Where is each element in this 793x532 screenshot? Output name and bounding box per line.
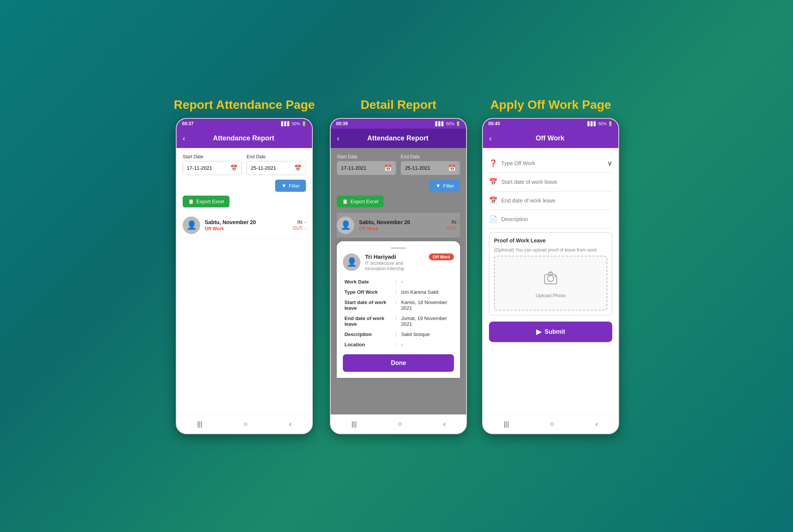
phone-body-3: ❓ Type Off Work ∨ 📅 Start date of work l…: [483, 148, 618, 414]
upload-camera-icon: [541, 268, 560, 290]
bottom-nav-2: ||| ○ ‹: [331, 414, 466, 433]
detail-value: -: [400, 277, 454, 287]
detail-colon: :: [394, 297, 400, 313]
battery-icon-1: 50% 🔋: [292, 121, 307, 126]
avatar-1: 👤: [183, 217, 200, 234]
export-button-1[interactable]: 📋 Export Excel: [183, 196, 229, 207]
detail-modal: 👤 Tri Hariyadi IT architecture and innov…: [337, 241, 460, 378]
start-date-label-1: Start Date: [183, 154, 242, 159]
status-bar-1: 00:37 ▋▋▋ 50% 🔋: [177, 119, 312, 129]
end-date-value-1: 25-11-2021: [251, 165, 276, 171]
detail-colon: :: [394, 277, 400, 287]
nav-home-3[interactable]: ○: [544, 419, 561, 430]
nav-menu-2[interactable]: |||: [345, 419, 363, 430]
out-value-1: -: [304, 226, 306, 231]
start-date-input-2[interactable]: 17-11-2021 📅: [337, 161, 396, 175]
att-in-2: IN: -: [447, 220, 460, 225]
filter-label-2: Filter: [443, 183, 454, 189]
section-detail-report: Detail Report 00:39 ▋▋▋ 50% 🔋 ‹ Attendan…: [330, 98, 467, 434]
section-title-2: Detail Report: [361, 98, 436, 112]
modal-avatar: 👤: [343, 253, 360, 271]
back-button-1[interactable]: ‹: [183, 134, 185, 143]
in-value-2: -: [459, 220, 460, 225]
proof-section: Proof of Work Leave (Optional) You can u…: [489, 233, 612, 315]
filter-icon-1: ▼: [281, 183, 287, 189]
form-field-2[interactable]: 📅 End date of work leave: [489, 191, 612, 210]
proof-subtitle: (Optional) You can upload proof of leave…: [494, 247, 607, 253]
upload-area[interactable]: Upload Photo: [494, 256, 607, 311]
start-date-field-2: Start Date 17-11-2021 📅: [337, 154, 396, 175]
end-date-value-2: 25-11-2021: [405, 165, 430, 171]
detail-row: Type Off Work : Izin Karena Sakit: [343, 287, 454, 297]
attendance-item-1[interactable]: 👤 Sabtu, November 20 Off Work IN: - OUT:…: [183, 213, 306, 238]
detail-colon: :: [394, 313, 400, 329]
phone-body-2: Start Date 17-11-2021 📅 End Date 25-11-2…: [331, 148, 466, 414]
field-icon-3: 📄: [489, 215, 497, 223]
header-title-1: Attendance Report: [189, 134, 298, 142]
header-bar-3: ‹ Off Work: [483, 129, 618, 148]
filter-row-2: ▼ Filter: [337, 180, 460, 192]
modal-user-info: Tri Hariyadi IT architecture and innovat…: [365, 253, 424, 271]
phone-body-1: Start Date 17-11-2021 📅 End Date 25-11-2…: [177, 148, 312, 414]
detail-colon: :: [394, 339, 400, 350]
detail-value: -: [400, 339, 454, 350]
detail-colon: :: [394, 329, 400, 339]
detail-value: Jumat, 19 November 2021: [400, 313, 454, 329]
field-icon-0: ❓: [489, 159, 497, 167]
date-row-1: Start Date 17-11-2021 📅 End Date 25-11-2…: [183, 154, 306, 175]
done-button[interactable]: Done: [343, 354, 454, 372]
nav-back-2[interactable]: ‹: [437, 419, 452, 430]
form-field-3[interactable]: 📄 Description: [489, 210, 612, 229]
attendance-item-2[interactable]: 👤 Sabtu, November 20 Off Work IN: - OUT:…: [337, 213, 460, 238]
time-2: 00:39: [336, 121, 348, 126]
bottom-nav-1: ||| ○ ‹: [177, 414, 312, 433]
status-bar-2: 00:39 ▋▋▋ 50% 🔋: [331, 119, 466, 129]
back-button-2[interactable]: ‹: [337, 134, 339, 143]
back-button-3[interactable]: ‹: [489, 134, 492, 143]
time-1: 00:37: [182, 121, 194, 126]
nav-menu-1[interactable]: |||: [191, 419, 209, 430]
detail-label: Location: [343, 339, 394, 350]
detail-value: Kamis, 18 November 2021: [400, 297, 454, 313]
in-label-2: IN:: [452, 220, 457, 225]
proof-title: Proof of Work Leave: [494, 237, 607, 244]
att-in-out-1: IN: - OUT: -: [293, 220, 306, 231]
signal-icon-2: ▋▋▋: [435, 121, 444, 126]
start-date-input-1[interactable]: 17-11-2021 📅: [183, 161, 242, 175]
section-apply-off-work: Apply Off Work Page 00:40 ▋▋▋ 50% 🔋 ‹ Of…: [482, 98, 619, 434]
header-title-2: Attendance Report: [343, 134, 452, 142]
svg-point-0: [548, 276, 554, 282]
nav-home-1[interactable]: ○: [238, 419, 254, 430]
signal-icon-3: ▋▋▋: [588, 121, 597, 126]
field-placeholder-3: Description: [501, 216, 612, 222]
nav-home-2[interactable]: ○: [392, 419, 408, 430]
submit-icon: ▶: [536, 328, 541, 336]
export-button-2[interactable]: 📋 Export Excel: [337, 196, 384, 207]
header-bar-1: ‹ Attendance Report: [177, 129, 312, 148]
end-date-input-1[interactable]: 25-11-2021 📅: [247, 161, 306, 175]
avatar-2: 👤: [337, 217, 354, 234]
in-value-1: -: [304, 220, 306, 225]
out-label-2: OUT:: [447, 226, 457, 231]
calendar-icon-end-1: 📅: [294, 164, 302, 172]
filter-icon-2: ▼: [435, 183, 441, 189]
modal-handle: [391, 247, 406, 249]
filter-button-1[interactable]: ▼ Filter: [275, 180, 306, 192]
form-field-0[interactable]: ❓ Type Off Work ∨: [489, 154, 612, 173]
out-value-2: -: [459, 226, 460, 231]
start-date-value-2: 17-11-2021: [341, 165, 366, 171]
in-label-1: IN:: [297, 220, 303, 225]
nav-back-1[interactable]: ‹: [283, 419, 298, 430]
filter-button-2[interactable]: ▼ Filter: [429, 180, 460, 192]
detail-row: End date of work leave : Jumat, 19 Novem…: [343, 313, 454, 329]
end-date-input-2[interactable]: 25-11-2021 📅: [401, 161, 460, 175]
form-field-1[interactable]: 📅 Start date of work leave: [489, 173, 612, 191]
att-name-2: Sabtu, November 20: [359, 219, 442, 225]
signal-icon-1: ▋▋▋: [281, 121, 290, 126]
detail-row: Work Date : -: [343, 277, 454, 287]
filter-row-1: ▼ Filter: [183, 180, 306, 192]
submit-button[interactable]: ▶ Submit: [489, 322, 612, 342]
nav-back-3[interactable]: ‹: [589, 419, 604, 430]
nav-menu-3[interactable]: |||: [497, 419, 515, 430]
filter-label-1: Filter: [289, 183, 300, 189]
